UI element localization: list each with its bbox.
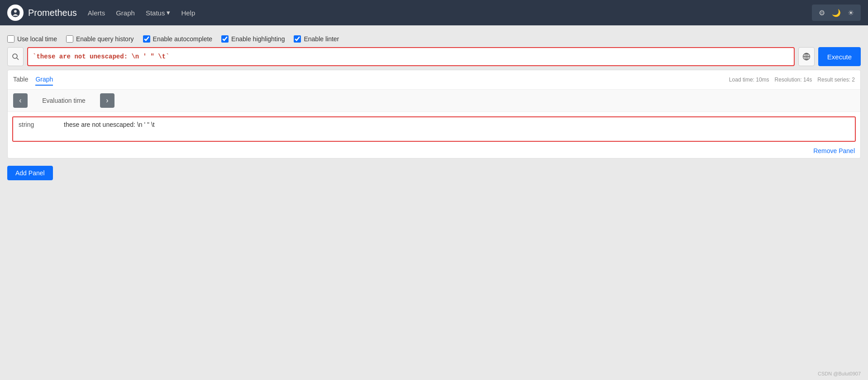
nav-alerts[interactable]: Alerts <box>88 7 105 19</box>
enable-highlighting-checkbox[interactable]: Enable highlighting <box>221 35 285 43</box>
eval-time-label: Evaluation time <box>28 97 100 104</box>
chevron-down-icon: ▾ <box>167 9 170 17</box>
svg-line-3 <box>17 58 19 60</box>
query-input-wrapper <box>27 47 795 66</box>
toolbar: Use local time Enable query history Enab… <box>7 31 861 47</box>
use-local-time-input[interactable] <box>7 35 14 43</box>
remove-panel-button[interactable]: Remove Panel <box>813 147 855 154</box>
enable-query-history-input[interactable] <box>66 35 73 43</box>
use-local-time-label: Use local time <box>17 35 57 43</box>
navbar: Prometheus Alerts Graph Status ▾ Help ⚙ … <box>0 0 868 25</box>
tab-table[interactable]: Table <box>13 74 28 86</box>
remove-panel-row: Remove Panel <box>8 144 860 158</box>
svg-point-1 <box>14 10 17 13</box>
brand-name: Prometheus <box>28 8 77 18</box>
globe-icon <box>802 53 811 61</box>
brand-icon <box>7 5 24 21</box>
nav-icon-group: ⚙ 🌙 ☀ <box>812 5 861 21</box>
enable-linter-checkbox[interactable]: Enable linter <box>294 35 339 43</box>
eval-prev-button[interactable]: ‹ <box>13 93 28 108</box>
nav-help[interactable]: Help <box>181 7 195 19</box>
result-type: string <box>19 121 46 128</box>
eval-row: ‹ Evaluation time › <box>8 90 860 112</box>
eval-next-button[interactable]: › <box>100 93 114 108</box>
enable-autocomplete-input[interactable] <box>143 35 150 43</box>
panel: Table Graph Load time: 10ms Resolution: … <box>7 70 861 159</box>
panel-header: Table Graph Load time: 10ms Resolution: … <box>8 70 860 90</box>
nav-graph[interactable]: Graph <box>116 7 135 19</box>
use-local-time-checkbox[interactable]: Use local time <box>7 35 57 43</box>
enable-query-history-label: Enable query history <box>76 35 134 43</box>
search-button[interactable] <box>7 47 24 66</box>
enable-query-history-checkbox[interactable]: Enable query history <box>66 35 134 43</box>
panel-meta: Load time: 10ms Resolution: 14s Result s… <box>729 77 855 83</box>
enable-linter-input[interactable] <box>294 35 301 43</box>
enable-highlighting-label: Enable highlighting <box>231 35 285 43</box>
result-value: these are not unescaped: \n ' " \t <box>64 121 155 128</box>
panel-tabs: Table Graph <box>13 74 53 86</box>
main-content: Use local time Enable query history Enab… <box>0 25 868 186</box>
result-series: Result series: 2 <box>817 77 855 83</box>
dark-mode-icon[interactable]: 🌙 <box>830 6 843 19</box>
enable-autocomplete-label: Enable autocomplete <box>153 35 213 43</box>
execute-button[interactable]: Execute <box>818 47 861 66</box>
light-mode-icon[interactable]: ☀ <box>844 6 857 19</box>
settings-icon[interactable]: ⚙ <box>816 6 828 19</box>
tab-graph[interactable]: Graph <box>35 74 53 86</box>
result-row-highlight: string these are not unescaped: \n ' " \… <box>12 116 856 142</box>
enable-highlighting-input[interactable] <box>221 35 229 43</box>
search-icon <box>12 53 19 60</box>
add-panel-button[interactable]: Add Panel <box>7 166 53 180</box>
enable-autocomplete-checkbox[interactable]: Enable autocomplete <box>143 35 213 43</box>
resolution: Resolution: 14s <box>775 77 812 83</box>
nav-status[interactable]: Status ▾ <box>146 9 171 17</box>
svg-point-2 <box>13 54 17 58</box>
query-bar: Execute <box>7 47 861 66</box>
globe-button[interactable] <box>798 47 815 66</box>
load-time: Load time: 10ms <box>729 77 769 83</box>
result-inner: string these are not unescaped: \n ' " \… <box>13 117 855 132</box>
brand: Prometheus <box>7 5 77 21</box>
query-input[interactable] <box>33 53 789 60</box>
result-area: string these are not unescaped: \n ' " \… <box>8 116 860 142</box>
enable-linter-label: Enable linter <box>304 35 339 43</box>
